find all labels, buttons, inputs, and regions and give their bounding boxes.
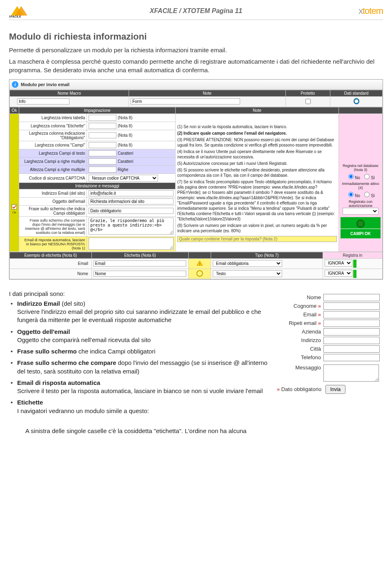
warning-icon: ! xyxy=(197,261,203,266)
page-header: XFACILE XFACILE / XTOTEM Pagina 11 xtote… xyxy=(9,4,383,20)
fp-azienda-input[interactable] xyxy=(323,328,380,336)
row-input[interactable] xyxy=(89,142,116,148)
intro-paragraph-1: Permette di personalizzare un modulo per… xyxy=(9,46,383,54)
ok-strip-icon xyxy=(353,270,356,278)
macro-name-input[interactable] xyxy=(17,98,69,104)
imm-si-radio[interactable] xyxy=(364,192,370,197)
macro-note-input[interactable] xyxy=(131,98,240,104)
email-module-panel: i Modulo per invio email Nome Macro Note… xyxy=(9,79,383,280)
intro-paragraph-2: La maschera è complessa perché questo co… xyxy=(9,58,383,74)
campi-ok-icon[interactable] xyxy=(356,220,365,228)
registra-si-radio[interactable] xyxy=(364,174,370,179)
closing-line: A sinistra delle singole caselle c'è la … xyxy=(9,427,383,434)
protetto-checkbox[interactable] xyxy=(305,99,311,104)
neutral-icon xyxy=(196,270,203,277)
row-input[interactable] xyxy=(89,132,116,138)
row-input[interactable] xyxy=(89,167,116,173)
ok-strip-icon xyxy=(353,260,356,268)
imm-no-radio[interactable] xyxy=(348,192,354,197)
fp-email-input[interactable] xyxy=(323,311,380,318)
post-msg-textarea[interactable] xyxy=(89,218,174,235)
pink-sidebar: Registra nel database (Nota 3) No Sì Imm… xyxy=(339,113,382,251)
row-input[interactable] xyxy=(89,123,116,129)
tipo-select[interactable]: Email obbligatoria xyxy=(213,260,282,267)
svg-text:XFACILE: XFACILE xyxy=(9,15,21,18)
ok-sidebar[interactable]: Ok xyxy=(10,113,19,251)
fp-nome-input[interactable] xyxy=(323,294,380,301)
auto-reply-textarea[interactable] xyxy=(89,238,174,250)
row-input[interactable] xyxy=(89,158,116,164)
etichetta-input[interactable] xyxy=(94,260,186,267)
logo-left: XFACILE xyxy=(9,4,54,18)
col-protetto: Protetto xyxy=(285,90,330,96)
col-impaginazione: Impaginazione xyxy=(19,107,176,113)
info-icon: i xyxy=(12,81,18,88)
col-nome-macro: Nome Macro xyxy=(10,90,129,96)
registra-in-select[interactable]: IGNORA xyxy=(325,270,352,277)
public-form-preview: Nome Cognome » Email » Ripeti email » Az… xyxy=(277,293,383,395)
captcha-select[interactable]: Nessun codice CAPTCHA xyxy=(89,175,158,182)
bullets-lead: I dati principali sono: xyxy=(9,290,269,297)
fp-cognome-input[interactable] xyxy=(323,302,380,310)
reg-auth-select[interactable] xyxy=(343,208,379,215)
registra-no-radio[interactable] xyxy=(348,174,354,179)
registra-in-select[interactable]: IGNORA xyxy=(325,260,352,267)
campi-ok-button[interactable]: CAMPI OK xyxy=(341,229,381,238)
obbl-input[interactable] xyxy=(89,208,174,214)
etichetta-input[interactable] xyxy=(94,271,186,277)
tipo-select[interactable]: Testo xyxy=(213,270,282,277)
col-ok-header: Ok xyxy=(12,108,17,113)
col-note-header: Note xyxy=(176,107,339,113)
fp-indirizzo-input[interactable] xyxy=(323,337,380,344)
svg-text:!: ! xyxy=(199,262,200,266)
section-heading: Modulo di richiesta informazioni xyxy=(9,31,383,42)
col-dati-standard: Dati standard xyxy=(330,90,383,96)
fp-telefono-input[interactable] xyxy=(323,354,380,361)
fp-messaggio-textarea[interactable] xyxy=(323,365,379,382)
panel-titlebar: i Modulo per invio email xyxy=(9,80,383,90)
oggetto-input[interactable] xyxy=(89,198,174,204)
page-title: XFACILE / XTOTEM Pagina 11 xyxy=(54,7,338,15)
col-note: Note xyxy=(129,90,285,96)
logo-right: xtotem xyxy=(338,6,383,16)
refresh-icon[interactable] xyxy=(353,98,360,105)
nota2-input[interactable] xyxy=(177,236,337,242)
panel-title: Modulo per invio email xyxy=(21,82,69,87)
row-label: Larghezza intera tabella xyxy=(19,113,87,122)
row-input[interactable] xyxy=(89,115,116,121)
fp-ripeti-email-input[interactable] xyxy=(323,320,380,327)
notes-panel: (1) Se non si vuole la risposta automati… xyxy=(176,113,339,251)
bullets-list: Indirizzo Email (del sito)Scrivere l'ind… xyxy=(9,300,269,415)
fp-submit-button[interactable]: Invia xyxy=(325,385,345,394)
row-input[interactable] xyxy=(89,150,116,156)
fp-citta-input[interactable] xyxy=(323,345,380,353)
email-sito-input[interactable] xyxy=(89,190,174,196)
